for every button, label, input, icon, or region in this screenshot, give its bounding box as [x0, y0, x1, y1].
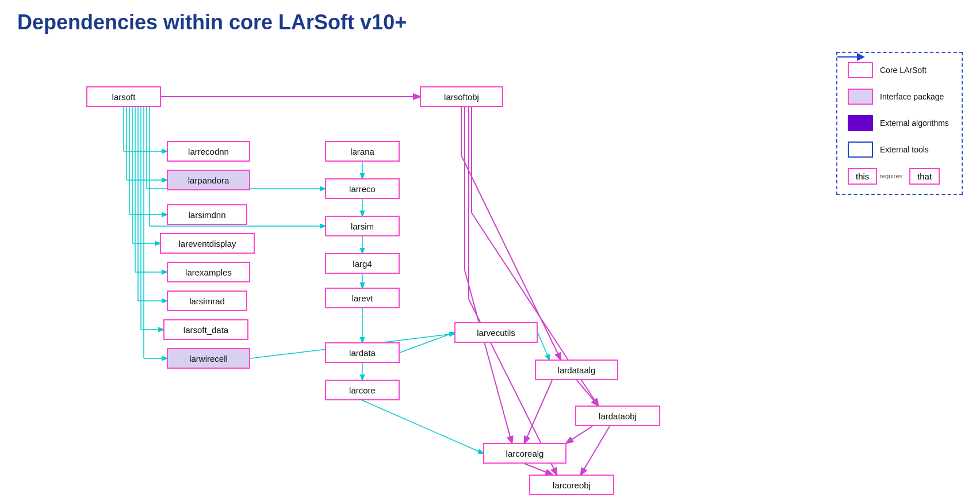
node-larexamples: larexamples: [167, 262, 250, 282]
node-larpandora: larpandora: [167, 170, 250, 190]
svg-line-36: [465, 270, 512, 443]
svg-line-43: [525, 464, 552, 475]
diagram-area: larsoft larsoftobj larrecodnn larpandora…: [0, 40, 980, 497]
node-larsimrad: larsimrad: [167, 290, 247, 311]
node-larsim: larsim: [325, 216, 400, 236]
svg-line-42: [581, 426, 610, 475]
node-lareventdisplay: lareventdisplay: [160, 233, 255, 254]
legend: Core LArSoft Interface package External …: [836, 52, 963, 195]
node-lardata: lardata: [325, 342, 400, 363]
node-larvecutils: larvecutils: [454, 322, 538, 343]
node-larsimdnn: larsimdnn: [167, 204, 247, 225]
node-larana: larana: [325, 141, 400, 162]
node-lardataalg: lardataalg: [535, 360, 618, 380]
node-larwirecell: larwirecell: [167, 348, 250, 369]
svg-line-30: [538, 332, 549, 360]
arrows-svg: [0, 40, 980, 497]
page-title: Dependencies within core LArSoft v10+: [0, 0, 980, 35]
legend-arrow-row: this requires that: [848, 168, 951, 185]
node-lardataobj: lardataobj: [575, 406, 660, 426]
node-larcore: larcore: [325, 380, 400, 400]
node-larcorealg: larcorealg: [483, 443, 566, 464]
node-larg4: larg4: [325, 253, 400, 274]
node-larsoft: larsoft: [86, 86, 161, 107]
legend-arrow-svg: [837, 53, 980, 497]
node-larrecodnn: larrecodnn: [167, 141, 250, 162]
svg-line-39: [577, 380, 598, 406]
node-larcoreobj: larcoreobj: [529, 475, 614, 495]
svg-line-41: [566, 426, 592, 443]
node-larsoftobj: larsoftobj: [420, 86, 503, 107]
svg-line-29: [362, 400, 483, 453]
svg-line-27: [400, 332, 454, 353]
node-larreco: larreco: [325, 178, 400, 199]
node-larevt: larevt: [325, 288, 400, 308]
svg-line-40: [525, 380, 552, 443]
node-larsoft-data: larsoft_data: [163, 319, 248, 340]
